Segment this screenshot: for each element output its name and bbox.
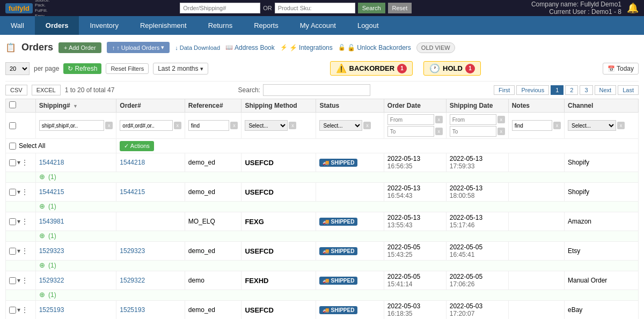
row-expand-icon[interactable]: ▾ [17, 159, 20, 166]
order-date-to-input[interactable] [387, 126, 434, 137]
order-link[interactable]: 1529323 [120, 247, 145, 255]
select-all-checkbox-3[interactable] [9, 143, 16, 150]
add-order-button[interactable]: + Add Order [58, 42, 101, 53]
header-notes[interactable]: Notes [508, 99, 564, 113]
nav-item-logout[interactable]: Logout [347, 16, 390, 35]
clear-ship-date-to[interactable]: x [497, 128, 505, 135]
method-filter-select[interactable]: Select... [245, 120, 288, 131]
row-menu-icon[interactable]: ⋮ [21, 218, 28, 225]
header-channel[interactable]: Channel [565, 99, 639, 113]
subrow-expand-icon[interactable]: ⊕ [39, 291, 45, 299]
pagination-page-2[interactable]: 2 [565, 85, 578, 95]
hold-badge[interactable]: 🕐 HOLD 1 [423, 61, 481, 76]
data-download-button[interactable]: ↓ Data Download [175, 44, 220, 51]
row-expand-icon[interactable]: ▾ [17, 277, 20, 284]
pagination-last[interactable]: Last [618, 85, 639, 95]
header-status[interactable]: Status [316, 99, 384, 113]
nav-item-wall[interactable]: Wall [0, 16, 35, 35]
subrow-expand-icon[interactable]: ⊕ [39, 232, 45, 240]
header-order-date[interactable]: Order Date [384, 99, 446, 113]
clear-status-filter[interactable]: x [363, 122, 371, 129]
nav-item-orders[interactable]: Orders [35, 16, 79, 35]
order-filter-input[interactable] [120, 120, 173, 131]
nav-item-inventory[interactable]: Inventory [79, 16, 129, 35]
row-expand-icon[interactable]: ▾ [17, 188, 20, 196]
clear-channel-filter[interactable]: x [617, 122, 625, 129]
order-link[interactable]: 1544218 [120, 159, 145, 166]
row-expand-icon[interactable]: ▾ [17, 247, 20, 255]
today-button[interactable]: 📅 Today [603, 63, 639, 75]
subrow-expand-icon[interactable]: ⊕ [39, 202, 45, 210]
row-checkbox[interactable] [9, 307, 16, 314]
notes-filter-input[interactable] [512, 120, 552, 131]
shipping-link[interactable]: 1529323 [39, 247, 64, 255]
ship-date-from-input[interactable] [450, 114, 496, 125]
shipping-link[interactable]: 1525193 [39, 306, 64, 314]
old-view-button[interactable]: OLD VIEW [416, 42, 455, 53]
per-page-select[interactable]: 20 50 100 [5, 62, 30, 75]
row-expand-icon[interactable]: ▾ [17, 218, 20, 225]
nav-item-my-account[interactable]: My Account [289, 16, 347, 35]
product-sku-search[interactable] [275, 3, 355, 13]
row-menu-icon[interactable]: ⋮ [21, 277, 28, 284]
pagination-page-1[interactable]: 1 [551, 85, 564, 95]
csv-export-button[interactable]: CSV [5, 85, 27, 95]
pagination-page-3[interactable]: 3 [580, 85, 592, 95]
order-shipping-search[interactable] [180, 3, 260, 13]
clear-shipping-filter[interactable]: x [105, 122, 113, 129]
clear-order-date-to[interactable]: x [435, 128, 443, 135]
row-checkbox[interactable] [9, 277, 16, 284]
select-all-checkbox[interactable] [9, 101, 16, 108]
shipping-link[interactable]: 1529322 [39, 277, 64, 284]
integrations-button[interactable]: ⚡ ⚡ Integrations [280, 44, 333, 51]
row-menu-icon[interactable]: ⋮ [21, 247, 28, 255]
row-checkbox[interactable] [9, 218, 16, 225]
header-shipping-method[interactable]: Shipping Method [241, 99, 316, 113]
order-link[interactable]: 1544215 [120, 188, 145, 196]
pagination-next[interactable]: Next [595, 85, 617, 95]
row-expand-icon[interactable]: ▾ [17, 306, 20, 314]
order-date-from-input[interactable] [387, 114, 434, 125]
reference-filter-input[interactable] [188, 120, 230, 131]
upload-orders-button[interactable]: ↑ ↑ Upload Orders ▾ [107, 42, 170, 53]
nav-item-replenishment[interactable]: Replenishment [129, 16, 197, 35]
header-shipping-date[interactable]: Shipping Date [446, 99, 508, 113]
header-reference[interactable]: Reference# [185, 99, 241, 113]
row-checkbox[interactable] [9, 189, 16, 196]
notification-bell-icon[interactable]: 🔔 [627, 2, 639, 14]
row-menu-icon[interactable]: ⋮ [21, 306, 28, 314]
search-button[interactable]: Search [358, 3, 385, 13]
reset-filters-button[interactable]: Reset Filters [106, 63, 149, 74]
backorder-badge[interactable]: ⚠️ BACKORDER 1 [330, 61, 413, 76]
order-link[interactable]: 1529322 [120, 277, 145, 284]
shipping-link[interactable]: 1544218 [39, 159, 64, 166]
pagination-first[interactable]: First [494, 85, 515, 95]
clear-reference-filter[interactable]: x [230, 122, 238, 129]
excel-export-button[interactable]: EXCEL [32, 85, 61, 95]
pagination-previous[interactable]: Previous [516, 85, 549, 95]
row-menu-icon[interactable]: ⋮ [21, 159, 28, 166]
last-2-months-button[interactable]: Last 2 months ▾ [153, 63, 208, 75]
row-checkbox[interactable] [9, 248, 16, 255]
shipping-filter-input[interactable] [39, 120, 105, 131]
clear-method-filter[interactable]: x [289, 122, 296, 129]
shipping-link[interactable]: 1544215 [39, 188, 64, 196]
refresh-button[interactable]: ↻ Refresh [63, 63, 101, 74]
row-checkbox[interactable] [9, 159, 16, 166]
row-menu-icon[interactable]: ⋮ [21, 188, 28, 196]
unlock-backorders-button[interactable]: 🔓 🔓 Unlock Backorders [338, 44, 411, 51]
subrow-expand-icon[interactable]: ⊕ [39, 173, 45, 181]
table-search-input[interactable] [263, 84, 370, 96]
reset-button[interactable]: Reset [388, 3, 412, 13]
clear-notes-filter[interactable]: x [553, 122, 561, 129]
nav-item-reports[interactable]: Reports [243, 16, 289, 35]
nav-item-returns[interactable]: Returns [197, 16, 244, 35]
subrow-expand-icon[interactable]: ⊕ [39, 261, 45, 269]
actions-button[interactable]: ✓ Actions [120, 141, 154, 151]
shipping-link[interactable]: 1543981 [39, 218, 64, 225]
select-all-checkbox-2[interactable] [9, 122, 16, 129]
order-link[interactable]: 1525193 [120, 306, 145, 314]
clear-order-date-from[interactable]: x [435, 116, 443, 123]
clear-order-filter[interactable]: x [174, 122, 181, 129]
ship-date-to-input[interactable] [450, 126, 496, 137]
